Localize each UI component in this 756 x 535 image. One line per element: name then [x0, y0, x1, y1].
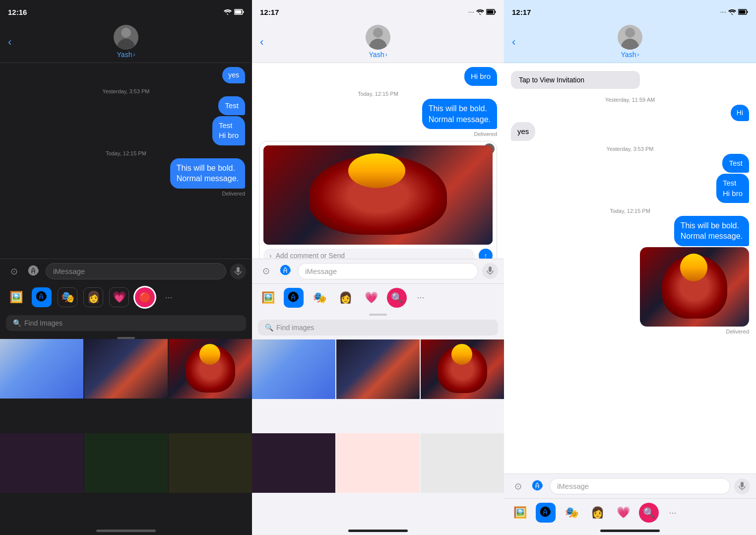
- bubble-bold-3: This will be bold.Normal message.: [674, 216, 749, 246]
- gif2-icon-3[interactable]: 👩: [587, 503, 607, 523]
- svg-rect-6: [495, 11, 496, 13]
- more-button-2[interactable]: ···: [413, 290, 429, 306]
- status-bar-3: 12:17 ····: [504, 0, 756, 22]
- search-icon-1: 🔍: [13, 319, 21, 327]
- appstore-icon-3[interactable]: 🅐: [536, 503, 556, 523]
- phone-panel-1: 12:16 ‹ Yash › yes: [0, 0, 252, 535]
- msg-row: This will be bold.Normal message.: [259, 99, 497, 129]
- mic-button-1[interactable]: [230, 264, 246, 279]
- gif-cell-woman-2[interactable]: [252, 339, 335, 399]
- appstore-icon-1[interactable]: 🅐: [32, 287, 52, 307]
- svg-rect-8: [489, 267, 492, 272]
- mic-button-2[interactable]: [482, 263, 498, 279]
- gif-cell-2a[interactable]: [0, 433, 83, 493]
- bubble-test-hi-bro: TestHi bro: [212, 116, 245, 145]
- bubble: Test: [218, 96, 245, 115]
- more-button-3[interactable]: ···: [665, 505, 681, 521]
- gif-search-icon-3[interactable]: 🔍: [639, 503, 659, 523]
- contact-name-1[interactable]: Yash ›: [117, 51, 135, 59]
- input-bar-3: ⊙ 🅐 iMessage: [504, 473, 756, 498]
- gif-comment-input[interactable]: › Add comment or Send: [263, 249, 475, 258]
- gif-cell-3a[interactable]: [252, 433, 335, 493]
- contact-name-3[interactable]: Yash ›: [621, 51, 639, 59]
- gif-search-input-2[interactable]: 🔍 Find images: [258, 320, 498, 335]
- gif-search-input-1[interactable]: 🔍 Find Images: [6, 315, 246, 331]
- dots-indicator: ····: [468, 9, 474, 15]
- photos-app-icon-1[interactable]: 🖼️: [6, 287, 26, 307]
- heart2-icon-2[interactable]: 💗: [361, 288, 381, 308]
- appstore-icon-2[interactable]: 🅐: [284, 288, 304, 308]
- gif-icon1-1[interactable]: 🎭: [58, 287, 77, 307]
- status-icons-2: ····: [468, 9, 496, 15]
- back-button-2[interactable]: ‹: [260, 36, 263, 49]
- search-placeholder-2: Find images: [276, 324, 314, 332]
- back-button-3[interactable]: ‹: [512, 36, 515, 49]
- photos-icon-3[interactable]: 🖼️: [510, 503, 530, 523]
- expand-icon: ›: [269, 252, 272, 258]
- avatar-3: [618, 25, 642, 50]
- timestamp-3b: Yesterday, 3:53 PM: [511, 146, 749, 152]
- gif1-icon-3[interactable]: 🎭: [562, 503, 581, 523]
- photos-icon-2[interactable]: 🖼️: [258, 288, 278, 308]
- gif2-icon-2[interactable]: 👩: [335, 288, 355, 308]
- msg-row: Test: [7, 96, 245, 115]
- bubble-bold-2: This will be bold.Normal message.: [422, 99, 497, 129]
- msg-row-image: [511, 247, 749, 327]
- camera-icon-1[interactable]: ⊙: [6, 264, 22, 279]
- msg-row: This will be bold.Normal message.: [7, 158, 245, 189]
- messages-area-1: yes Yesterday, 3:53 PM Test TestHi bro T…: [0, 63, 252, 259]
- camera-icon-3[interactable]: ⊙: [510, 478, 526, 494]
- message-image-3[interactable]: [640, 247, 749, 327]
- invitation-banner[interactable]: Tap to View Invitation: [511, 71, 749, 89]
- apps-icon-2[interactable]: 🅐: [278, 263, 294, 279]
- back-button-1[interactable]: ‹: [8, 36, 11, 49]
- gif-icon2-1[interactable]: 👩: [83, 287, 103, 307]
- phone-panel-2: 12:17 ···· ‹ Yash ›: [252, 0, 504, 535]
- apps-icon-1[interactable]: 🅐: [26, 264, 42, 279]
- status-bar-1: 12:16: [0, 0, 252, 22]
- bubble-test-3: Test: [722, 154, 749, 173]
- mic-button-3[interactable]: [734, 478, 750, 494]
- status-icons-3: ····: [720, 9, 748, 15]
- msg-row: This will be bold.Normal message.: [511, 216, 749, 246]
- chat-header-2: ‹ Yash ›: [252, 22, 504, 63]
- message-input-2[interactable]: iMessage: [298, 263, 478, 279]
- gif-cell-3c[interactable]: [421, 433, 504, 493]
- delivered-label-3: Delivered: [511, 329, 749, 334]
- gif-cell-ironman-2[interactable]: [421, 339, 504, 399]
- phone-panel-3: 12:17 ···· ‹ Yash ›: [504, 0, 756, 535]
- gif-search-icon-1[interactable]: 🔴: [135, 287, 155, 307]
- search-icon-2: 🔍: [265, 324, 273, 332]
- heart-icon-1[interactable]: 💗: [109, 287, 129, 307]
- gif-cell-batman-2[interactable]: [336, 339, 420, 399]
- gif1-icon-2[interactable]: 🎭: [310, 288, 329, 308]
- avatar-2: [366, 25, 390, 50]
- gif-cell-ironman-1[interactable]: [169, 339, 252, 399]
- timestamp-3c: Today, 12:15 PM: [511, 208, 749, 214]
- gif-search2-icon-2[interactable]: 🔍: [387, 288, 407, 308]
- msg-row: TestHi bro: [511, 174, 749, 203]
- gif-cell-batman-1[interactable]: [84, 339, 168, 399]
- app-drawer-3: 🖼️ 🅐 🎭 👩 💗 🔍 ···: [504, 498, 756, 527]
- time-2: 12:17: [260, 8, 279, 16]
- contact-name-2[interactable]: Yash ›: [369, 51, 387, 59]
- input-bar-2: ⊙ 🅐 iMessage: [252, 259, 504, 283]
- svg-rect-2: [235, 10, 242, 14]
- gif-cell-2c[interactable]: [169, 433, 252, 493]
- message-input-1[interactable]: iMessage: [46, 263, 226, 279]
- heart-icon-3[interactable]: 💗: [613, 503, 633, 523]
- message-input-3[interactable]: iMessage: [550, 478, 730, 494]
- gif-comment-bar: › Add comment or Send ↑: [263, 249, 493, 258]
- send-gif-button[interactable]: ↑: [479, 249, 493, 258]
- msg-row: Hi bro: [259, 67, 497, 86]
- gif-search-bar-2: 🔍 Find images: [252, 316, 504, 339]
- camera-icon-2[interactable]: ⊙: [258, 263, 274, 279]
- gif-cell-3b[interactable]: [336, 433, 420, 493]
- home-indicator-1: [96, 530, 156, 532]
- msg-row: yes: [7, 67, 245, 83]
- apps-icon-3[interactable]: 🅐: [530, 478, 546, 494]
- more-button-1[interactable]: ···: [161, 289, 177, 305]
- gif-cell-woman-1[interactable]: [0, 339, 83, 399]
- timestamp-2: Today, 12:15 PM: [259, 91, 497, 97]
- gif-cell-2b[interactable]: [84, 433, 168, 493]
